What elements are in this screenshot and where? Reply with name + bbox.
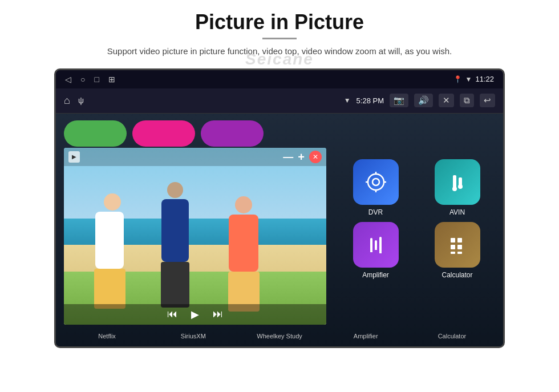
pip-scene	[64, 148, 326, 325]
dvr-label: DVR	[368, 208, 383, 216]
calculator-app-item[interactable]: Calculator	[419, 222, 495, 279]
pip-maximize-btn[interactable]: +	[298, 151, 305, 163]
svg-point-8	[452, 187, 457, 191]
status-time: 11:22	[475, 75, 494, 83]
nav-buttons: ◁ ○ □ ⊞	[65, 75, 115, 84]
pip-top-bar: ▶ — + ✕	[64, 148, 326, 166]
close-icon[interactable]: ✕	[439, 94, 454, 107]
page-description: Support video picture in picture functio…	[107, 45, 452, 58]
svg-rect-12	[379, 237, 382, 253]
app-grid-right: DVR AVIN	[332, 153, 495, 326]
avin-label: AVIN	[449, 208, 465, 216]
toolbar-right: ▼ 5:28 PM 📷 🔊 ✕ ⧉ ↩	[344, 94, 495, 107]
pip-close-btn[interactable]: ✕	[309, 151, 322, 163]
pip-play-btn[interactable]: ▶	[191, 308, 199, 321]
amplifier-bottom-label: Amplifier	[323, 333, 409, 340]
main-area: ▶ — + ✕ ⏮ ▶ ⏭	[56, 114, 503, 346]
toolbar-time: 5:28 PM	[357, 96, 384, 105]
svg-rect-21	[457, 252, 462, 254]
netflix-bottom-label: Netflix	[64, 333, 150, 340]
wifi-icon: ▼	[465, 75, 472, 83]
volume-icon[interactable]: 🔊	[414, 94, 433, 107]
amplifier-app-item[interactable]: Amplifier	[338, 222, 414, 279]
dvr-icon-box[interactable]	[353, 159, 399, 205]
svg-rect-20	[451, 252, 455, 254]
bottom-labels: Netflix SiriusXM Wheelkey Study Amplifie…	[56, 326, 503, 346]
nav-menu-icon[interactable]: ⊞	[108, 75, 115, 84]
wheelkey-bottom-label: Wheelkey Study	[236, 333, 322, 340]
content-row: ▶ — + ✕ ⏮ ▶ ⏭	[56, 153, 503, 326]
amplifier-icon-box[interactable]	[353, 222, 399, 268]
amplifier-label: Amplifier	[362, 271, 389, 279]
svg-rect-11	[375, 240, 377, 249]
location-icon: 📍	[453, 75, 462, 83]
title-divider	[262, 38, 297, 39]
dvr-icon	[364, 171, 387, 193]
nav-recent-icon[interactable]: □	[94, 75, 99, 84]
toolbar-left: ⌂ ψ	[64, 95, 84, 107]
pip-bottom-bar: ⏮ ▶ ⏭	[64, 304, 326, 325]
netflix-app-icon[interactable]	[64, 120, 127, 147]
pip-window[interactable]: ▶ — + ✕ ⏮ ▶ ⏭	[64, 148, 326, 325]
svg-rect-17	[457, 238, 462, 243]
status-bar: ◁ ○ □ ⊞ 📍 ▼ 11:22	[56, 70, 503, 88]
svg-rect-19	[457, 245, 462, 249]
siriusxm-bottom-label: SiriusXM	[150, 333, 236, 340]
pip-video-icon[interactable]: ▶	[68, 151, 80, 163]
pip-next-btn[interactable]: ⏭	[213, 308, 223, 320]
wifi-toolbar-icon: ▼	[344, 96, 351, 104]
usb-icon[interactable]: ψ	[78, 96, 84, 105]
svg-rect-16	[451, 238, 455, 243]
calculator-icon-box[interactable]	[435, 222, 480, 268]
page-title: Picture in Picture	[195, 10, 364, 34]
camera-icon[interactable]: 📷	[390, 94, 408, 107]
calculator-bottom-label: Calculator	[409, 333, 495, 340]
nav-back-icon[interactable]: ◁	[65, 75, 71, 84]
svg-rect-10	[370, 238, 372, 252]
home-icon[interactable]: ⌂	[64, 95, 70, 107]
wheelkey-app-icon[interactable]	[201, 120, 264, 147]
calculator-label: Calculator	[441, 271, 472, 279]
calculator-icon	[446, 233, 469, 256]
amplifier-icon	[364, 233, 387, 256]
siriusxm-app-icon[interactable]	[132, 120, 195, 147]
resize-icon[interactable]: ⧉	[460, 94, 474, 107]
nav-home-icon[interactable]: ○	[80, 75, 85, 84]
svg-point-1	[372, 179, 379, 185]
toolbar: ⌂ ψ ▼ 5:28 PM 📷 🔊 ✕ ⧉ ↩	[56, 88, 503, 114]
device-frame: ◁ ○ □ ⊞ 📍 ▼ 11:22 ⌂ ψ ▼ 5:28 PM 📷 🔊	[54, 68, 505, 348]
pip-prev-btn[interactable]: ⏮	[167, 308, 177, 320]
status-bar-right: 📍 ▼ 11:22	[453, 75, 494, 83]
dvr-app-item[interactable]: DVR	[338, 159, 414, 216]
svg-point-0	[368, 174, 384, 190]
svg-rect-18	[451, 245, 455, 249]
figure-2	[144, 182, 206, 325]
back-icon[interactable]: ↩	[480, 94, 495, 107]
page-container: Picture in Picture Seicane Support video…	[0, 0, 559, 392]
pip-minimize-btn[interactable]: —	[283, 152, 293, 162]
avin-icon	[446, 171, 469, 193]
pip-container: ▶ — + ✕ ⏮ ▶ ⏭	[64, 148, 326, 326]
svg-point-9	[458, 184, 463, 189]
avin-icon-box[interactable]	[435, 159, 480, 205]
avin-app-item[interactable]: AVIN	[419, 159, 495, 216]
pip-controls-right: — + ✕	[283, 151, 322, 163]
